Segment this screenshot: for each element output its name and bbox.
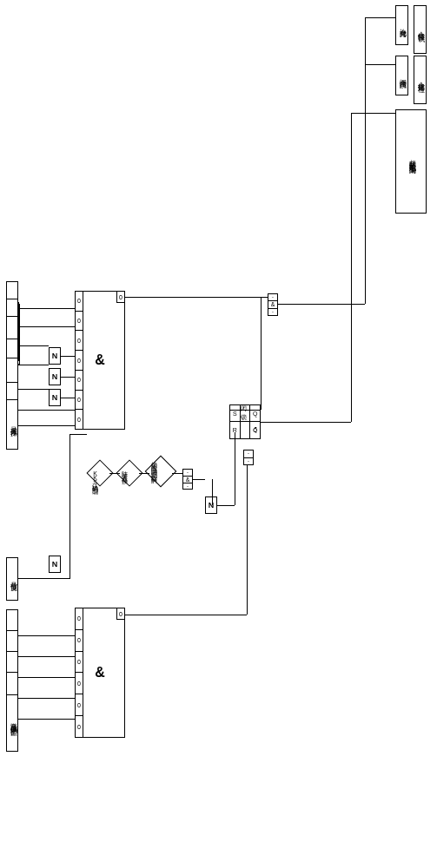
wire [109, 473, 120, 474]
wire [351, 113, 352, 422]
wire [18, 698, 75, 699]
not-gate-4: N [49, 556, 61, 573]
diamond-kks-label: KKS编码确认 [90, 453, 99, 493]
wire [18, 410, 75, 411]
and-small-2: ·· [243, 450, 254, 465]
wire [278, 304, 365, 305]
diamond-unlock-label: 解除控制回路电气闭锁 [149, 448, 158, 496]
wire [18, 365, 49, 365]
out-maint-pos-cmd: 检修位指令 [414, 56, 427, 104]
wire [18, 635, 75, 636]
wire [61, 377, 75, 378]
bi0: 复位信号 [6, 557, 18, 601]
and-gate-top: 000 000 0 0 & [75, 291, 125, 430]
wire [61, 356, 75, 357]
out-trip-close: 跳闸合闸 [395, 56, 408, 95]
wire [365, 64, 395, 65]
wire [18, 326, 75, 327]
wire [70, 434, 70, 578]
wire [235, 432, 235, 505]
wire [261, 422, 351, 423]
bi5: 监护闭锁信号正常 [6, 694, 18, 752]
and-small-1: ·&· [182, 469, 193, 490]
ti6: 操作人登录 [6, 399, 18, 450]
wire [212, 479, 213, 505]
wire [365, 17, 366, 304]
and-gate-bottom: 000 000 0 & [75, 608, 125, 738]
wire [139, 473, 149, 474]
out-allow-open: 分闸允许 [395, 5, 408, 45]
wire [18, 677, 75, 678]
wire [18, 308, 75, 309]
wire [18, 578, 70, 579]
wire [261, 297, 262, 410]
out-isolator-motor-drive: 隔离小车电机驱动权 [395, 109, 427, 214]
wire [18, 719, 75, 720]
wire [217, 505, 235, 506]
wire [125, 297, 268, 298]
wire [70, 434, 87, 435]
wire [18, 425, 75, 426]
wire [125, 615, 247, 615]
wire [18, 345, 49, 346]
diamond-auth-label: 授权人登陆 [120, 453, 129, 493]
and-small-3: ·&· [268, 293, 278, 316]
wire [18, 389, 49, 390]
wire [61, 398, 75, 398]
not-gate-2: N [49, 368, 61, 385]
out-test-pos-cmd: 试验位指令 [414, 5, 427, 54]
wire [18, 656, 75, 657]
wire [229, 410, 261, 411]
wire [351, 113, 395, 114]
wire [172, 473, 182, 474]
not-gate-5: N [205, 496, 217, 514]
wire [247, 465, 248, 615]
wire [193, 479, 205, 480]
not-gate-3: N [49, 389, 61, 406]
not-gate-1: N [49, 347, 61, 365]
wire [365, 17, 395, 18]
